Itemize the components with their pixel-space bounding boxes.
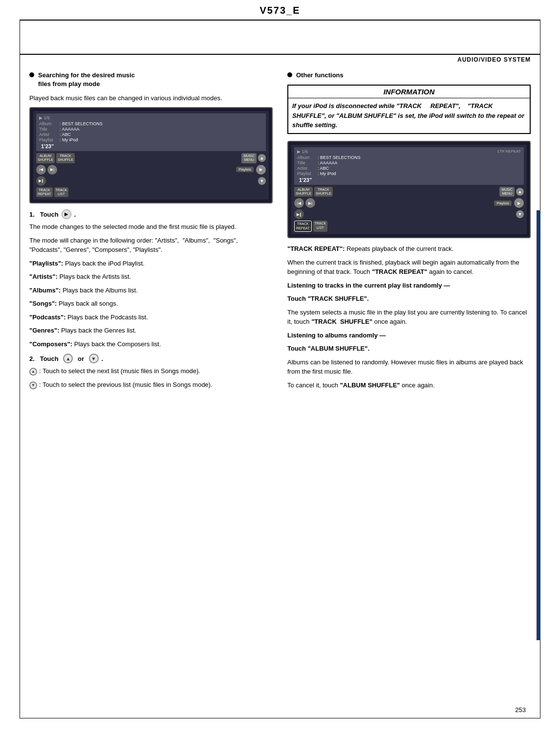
page-number: 253 xyxy=(515,706,526,714)
screen1-val-title: : AAAAAA xyxy=(60,127,80,132)
album-shuffle-heading2: Touch "ALBUM SHUFFLE". xyxy=(287,344,531,354)
screen2-label-title: Title xyxy=(297,160,318,165)
item-songs: "Songs": Plays back all songs. xyxy=(29,299,273,309)
btn-track-shuffle-2[interactable]: TRACKSHUFFLE xyxy=(314,187,333,197)
btn-playlists-2[interactable]: Playlists xyxy=(494,201,512,206)
screen1-val-artist: : ABC xyxy=(60,132,71,137)
screen2-track: ▶ 1/6 xyxy=(297,149,308,154)
btn-next-1[interactable]: ▶| xyxy=(47,165,57,175)
step-1-desc1: The mode changes to the selected mode an… xyxy=(29,222,273,232)
intro-text-1: Played back music files can be changed i… xyxy=(29,93,273,103)
track-shuffle-heading2: Touch "TRACK SHUFFLE". xyxy=(287,294,531,304)
btn-down-2[interactable]: ▼ xyxy=(516,210,524,218)
screen1-label-playlist: Playlist xyxy=(39,137,60,142)
step-2-down-desc: ▼: Touch to select the previous list (mu… xyxy=(29,380,273,390)
btn-playlists-1[interactable]: Playlists xyxy=(236,167,254,172)
section-title-2: Other functions xyxy=(296,71,344,80)
btn-up-1[interactable]: ▲ xyxy=(258,154,266,162)
btn-next-2[interactable]: ▶| xyxy=(305,198,315,208)
screen1-val-album: : BEST SELECTIONS xyxy=(60,121,103,126)
track-shuffle-heading1: Listening to tracks in the current play … xyxy=(287,281,531,291)
screen2-val-artist: : ABC xyxy=(318,166,329,171)
item-albums: "Albums": Plays back the Albums list. xyxy=(29,286,273,295)
step-2-title: 2. Touch ▲ or ▼ . xyxy=(29,354,273,363)
step-1-desc2: The mode will change in the following or… xyxy=(29,236,273,255)
btn-play-pause-1[interactable]: ▶‖ xyxy=(36,176,46,186)
btn-music-menu-1[interactable]: MUSICMENU xyxy=(241,153,257,163)
up-arrow-icon: ▲ xyxy=(63,354,73,363)
btn-prev-2[interactable]: |◀ xyxy=(294,198,304,208)
btn-track-shuffle-1[interactable]: TRACKSHUFFLE xyxy=(56,153,75,163)
step-2-period: . xyxy=(102,355,104,362)
section-divider xyxy=(20,54,540,55)
left-column: Searching for the desired musicfiles fro… xyxy=(29,71,273,709)
step-1: 1. Touch ▶ . The mode changes to the sel… xyxy=(29,209,273,349)
section-label: AUDIO/VIDEO SYSTEM xyxy=(457,56,531,63)
btn-up-2[interactable]: ▲ xyxy=(516,188,524,196)
screen2-time: 1'23" xyxy=(299,177,521,183)
screen1-label-album: Album xyxy=(39,121,60,126)
screen-mockup-1: ▶ 1/6 Album : BEST SELECTIONS Title : AA… xyxy=(29,107,273,204)
btn-album-shuffle-1[interactable]: ALBUMSHUFFLE xyxy=(36,153,55,163)
down-arrow-icon: ▼ xyxy=(89,354,99,363)
right-column: Other functions INFORMATION If your iPod… xyxy=(287,71,531,709)
btn-music-menu-2[interactable]: MUSICMENU xyxy=(499,187,515,197)
info-box-body: If your iPod is disconnected while "TRAC… xyxy=(288,98,530,133)
btn-track-list-1[interactable]: TRACKLIST xyxy=(54,187,69,198)
screen2-val-title: : AAAAAA xyxy=(318,160,338,165)
item-playlists: "Playlists": Plays back the iPod Playlis… xyxy=(29,259,273,268)
btn-track-repeat-1[interactable]: TRACKREPEAT xyxy=(36,187,53,198)
step-2-number: 2. Touch xyxy=(29,355,60,362)
album-shuffle-desc1: Albums can be listened to randomly. Howe… xyxy=(287,358,531,377)
screen2-label-album: Album xyxy=(297,155,318,160)
step-1-title: 1. Touch ▶ . xyxy=(29,209,273,219)
screen2-val-album: : BEST SELECTIONS xyxy=(318,155,361,160)
step-2: 2. Touch ▲ or ▼ . ▲: Touch to select the… xyxy=(29,354,273,389)
screen1-label-artist: Artist xyxy=(39,132,60,137)
screen-mockup-2: ▶ 1/6 1TR REPEAT Album : BEST SELECTIONS… xyxy=(287,141,531,239)
btn-play-pause-2[interactable]: ▶‖ xyxy=(294,209,304,219)
sidebar-accent xyxy=(537,210,540,640)
step-1-number: 1. Touch xyxy=(29,211,59,218)
album-shuffle-desc2: To cancel it, touch "ALBUM SHUFFLE" once… xyxy=(287,380,531,390)
play-circle-icon: ▶ xyxy=(62,209,71,219)
btn-track-list-2[interactable]: TRACKLIST xyxy=(313,221,328,232)
section-title-1: Searching for the desired musicfiles fro… xyxy=(38,71,135,89)
btn-track-repeat-2[interactable]: TRACKREPEAT xyxy=(294,221,312,232)
page-border-top xyxy=(20,20,540,21)
bullet-section-2: Other functions xyxy=(287,71,531,80)
or-text: or xyxy=(76,355,86,362)
item-composers: "Composers": Plays back the Composers li… xyxy=(29,339,273,349)
information-box: INFORMATION If your iPod is disconnected… xyxy=(287,85,531,134)
screen1-time: 1'23" xyxy=(41,143,263,149)
screen1-label-title: Title xyxy=(39,127,60,132)
page-header: V573_E xyxy=(0,5,560,16)
btn-play-2[interactable]: ▶ xyxy=(514,198,524,208)
page-border-left xyxy=(20,20,20,718)
track-repeat-desc2: When the current track is finished, play… xyxy=(287,258,531,277)
album-shuffle-heading1: Listening to albums randomly — xyxy=(287,331,531,340)
step-1-period: . xyxy=(74,211,76,218)
bullet-section-1: Searching for the desired musicfiles fro… xyxy=(29,71,273,89)
screen2-label-playlist: Playlist xyxy=(297,171,318,176)
btn-prev-1[interactable]: |◀ xyxy=(36,165,46,175)
page-title: V573_E xyxy=(259,5,300,16)
main-content: Searching for the desired musicfiles fro… xyxy=(29,71,531,709)
screen2-val-playlist: : My iPod xyxy=(318,171,336,176)
item-podcasts: "Podcasts": Plays back the Podcasts list… xyxy=(29,313,273,322)
page-border-bottom xyxy=(20,718,540,718)
btn-down-1[interactable]: ▼ xyxy=(258,177,266,185)
screen2-repeat-badge: 1TR REPEAT xyxy=(497,149,521,154)
bullet-dot-2 xyxy=(287,72,292,77)
track-shuffle-desc: The system selects a music file in the p… xyxy=(287,308,531,327)
btn-album-shuffle-2[interactable]: ALBUMSHUFFLE xyxy=(294,187,313,197)
track-repeat-desc1: "TRACK REPEAT": Repeats playback of the … xyxy=(287,244,531,254)
item-genres: "Genres": Plays back the Genres list. xyxy=(29,326,273,335)
item-artists: "Artists": Plays back the Artists list. xyxy=(29,272,273,282)
step-2-up-desc: ▲: Touch to select the next list (music … xyxy=(29,366,273,376)
info-box-header: INFORMATION xyxy=(288,86,530,98)
btn-play-1[interactable]: ▶ xyxy=(256,165,266,175)
screen2-label-artist: Artist xyxy=(297,166,318,171)
screen1-val-playlist: : My iPod xyxy=(60,137,78,142)
screen1-track: ▶ 1/6 xyxy=(39,115,263,120)
